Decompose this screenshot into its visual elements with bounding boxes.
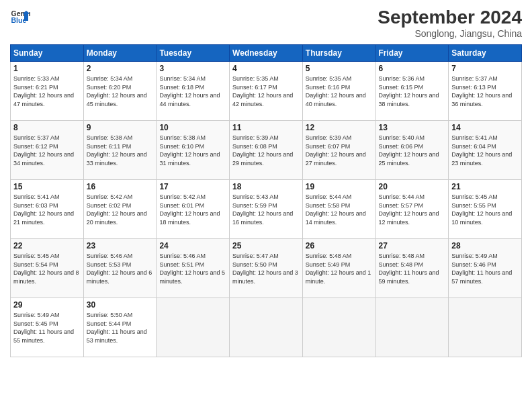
day-number: 19 — [306, 182, 373, 191]
day-number: 18 — [232, 182, 300, 191]
day-number: 13 — [379, 123, 446, 132]
calendar-day-cell: 5Sunrise: 5:35 AMSunset: 6:16 PMDaylight… — [302, 62, 375, 121]
day-number: 30 — [87, 300, 154, 310]
calendar-week-row: 22Sunrise: 5:45 AMSunset: 5:54 PMDayligh… — [11, 239, 522, 298]
calendar-day-cell: 11Sunrise: 5:39 AMSunset: 6:08 PMDayligh… — [230, 121, 303, 180]
day-number: 28 — [451, 241, 519, 250]
day-number: 12 — [306, 123, 373, 132]
day-info: Sunrise: 5:44 AMSunset: 5:58 PMDaylight:… — [306, 193, 373, 226]
calendar-day-cell — [230, 298, 303, 357]
day-number: 29 — [13, 300, 81, 310]
day-number: 25 — [232, 241, 300, 250]
svg-text:Blue: Blue — [11, 16, 27, 24]
title-block: September 2024 Songlong, Jiangsu, China — [378, 7, 522, 39]
calendar-day-cell: 19Sunrise: 5:44 AMSunset: 5:58 PMDayligh… — [302, 180, 375, 239]
day-info: Sunrise: 5:49 AMSunset: 5:46 PMDaylight:… — [451, 252, 519, 285]
calendar-week-row: 8Sunrise: 5:37 AMSunset: 6:12 PMDaylight… — [11, 121, 522, 180]
day-number: 6 — [379, 64, 446, 73]
calendar: Sunday Monday Tuesday Wednesday Thursday… — [10, 44, 522, 357]
calendar-day-cell: 17Sunrise: 5:42 AMSunset: 6:01 PMDayligh… — [157, 180, 230, 239]
calendar-day-cell: 9Sunrise: 5:38 AMSunset: 6:11 PMDaylight… — [83, 121, 157, 180]
day-info: Sunrise: 5:38 AMSunset: 6:10 PMDaylight:… — [159, 134, 226, 167]
day-info: Sunrise: 5:35 AMSunset: 6:17 PMDaylight:… — [232, 75, 300, 108]
day-number: 3 — [159, 64, 226, 73]
calendar-day-cell: 26Sunrise: 5:48 AMSunset: 5:49 PMDayligh… — [302, 239, 375, 298]
day-number: 7 — [451, 64, 519, 73]
calendar-day-cell: 16Sunrise: 5:42 AMSunset: 6:02 PMDayligh… — [83, 180, 157, 239]
calendar-day-cell: 7Sunrise: 5:37 AMSunset: 6:13 PMDaylight… — [449, 62, 522, 121]
day-info: Sunrise: 5:43 AMSunset: 5:59 PMDaylight:… — [232, 193, 300, 226]
header-tuesday: Tuesday — [157, 45, 230, 62]
header-sunday: Sunday — [11, 45, 84, 62]
day-info: Sunrise: 5:34 AMSunset: 6:20 PMDaylight:… — [87, 75, 154, 108]
day-number: 21 — [451, 182, 519, 191]
day-info: Sunrise: 5:39 AMSunset: 6:07 PMDaylight:… — [306, 134, 373, 167]
day-info: Sunrise: 5:41 AMSunset: 6:03 PMDaylight:… — [13, 193, 81, 226]
calendar-day-cell — [157, 298, 230, 357]
calendar-day-cell: 6Sunrise: 5:36 AMSunset: 6:15 PMDaylight… — [375, 62, 449, 121]
day-info: Sunrise: 5:47 AMSunset: 5:50 PMDaylight:… — [232, 252, 300, 285]
calendar-week-row: 29Sunrise: 5:49 AMSunset: 5:45 PMDayligh… — [11, 298, 522, 357]
header: General Blue September 2024 Songlong, Ji… — [10, 7, 522, 39]
day-info: Sunrise: 5:34 AMSunset: 6:18 PMDaylight:… — [159, 75, 226, 108]
month-title: September 2024 — [378, 7, 522, 28]
day-number: 5 — [306, 64, 373, 73]
calendar-day-cell — [449, 298, 522, 357]
calendar-day-cell: 20Sunrise: 5:44 AMSunset: 5:57 PMDayligh… — [375, 180, 449, 239]
day-info: Sunrise: 5:42 AMSunset: 6:02 PMDaylight:… — [87, 193, 154, 226]
logo-icon: General Blue — [10, 7, 30, 27]
header-saturday: Saturday — [449, 45, 522, 62]
day-number: 17 — [159, 182, 226, 191]
day-number: 2 — [87, 64, 154, 73]
day-number: 15 — [13, 182, 81, 191]
day-info: Sunrise: 5:37 AMSunset: 6:12 PMDaylight:… — [13, 134, 81, 167]
calendar-day-cell: 22Sunrise: 5:45 AMSunset: 5:54 PMDayligh… — [11, 239, 84, 298]
calendar-week-row: 1Sunrise: 5:33 AMSunset: 6:21 PMDaylight… — [11, 62, 522, 121]
weekday-header-row: Sunday Monday Tuesday Wednesday Thursday… — [11, 45, 522, 62]
subtitle: Songlong, Jiangsu, China — [378, 28, 522, 39]
calendar-day-cell: 13Sunrise: 5:40 AMSunset: 6:06 PMDayligh… — [375, 121, 449, 180]
day-info: Sunrise: 5:42 AMSunset: 6:01 PMDaylight:… — [159, 193, 226, 226]
calendar-day-cell: 8Sunrise: 5:37 AMSunset: 6:12 PMDaylight… — [11, 121, 84, 180]
day-number: 23 — [87, 241, 154, 250]
calendar-day-cell: 25Sunrise: 5:47 AMSunset: 5:50 PMDayligh… — [230, 239, 303, 298]
calendar-day-cell: 2Sunrise: 5:34 AMSunset: 6:20 PMDaylight… — [83, 62, 157, 121]
day-number: 22 — [13, 241, 81, 250]
day-info: Sunrise: 5:33 AMSunset: 6:21 PMDaylight:… — [13, 75, 81, 108]
calendar-day-cell: 23Sunrise: 5:46 AMSunset: 5:53 PMDayligh… — [83, 239, 157, 298]
header-wednesday: Wednesday — [230, 45, 303, 62]
day-info: Sunrise: 5:38 AMSunset: 6:11 PMDaylight:… — [87, 134, 154, 167]
calendar-day-cell: 21Sunrise: 5:45 AMSunset: 5:55 PMDayligh… — [449, 180, 522, 239]
calendar-day-cell: 15Sunrise: 5:41 AMSunset: 6:03 PMDayligh… — [11, 180, 84, 239]
day-info: Sunrise: 5:50 AMSunset: 5:44 PMDaylight:… — [87, 311, 154, 345]
calendar-week-row: 15Sunrise: 5:41 AMSunset: 6:03 PMDayligh… — [11, 180, 522, 239]
calendar-day-cell: 10Sunrise: 5:38 AMSunset: 6:10 PMDayligh… — [157, 121, 230, 180]
calendar-day-cell — [302, 298, 375, 357]
day-info: Sunrise: 5:44 AMSunset: 5:57 PMDaylight:… — [379, 193, 446, 226]
calendar-day-cell: 18Sunrise: 5:43 AMSunset: 5:59 PMDayligh… — [230, 180, 303, 239]
calendar-day-cell: 12Sunrise: 5:39 AMSunset: 6:07 PMDayligh… — [302, 121, 375, 180]
day-number: 20 — [379, 182, 446, 191]
day-number: 26 — [306, 241, 373, 250]
calendar-day-cell: 3Sunrise: 5:34 AMSunset: 6:18 PMDaylight… — [157, 62, 230, 121]
header-thursday: Thursday — [302, 45, 375, 62]
day-info: Sunrise: 5:46 AMSunset: 5:53 PMDaylight:… — [87, 252, 154, 285]
day-info: Sunrise: 5:48 AMSunset: 5:48 PMDaylight:… — [379, 252, 446, 285]
day-number: 27 — [379, 241, 446, 250]
day-info: Sunrise: 5:35 AMSunset: 6:16 PMDaylight:… — [306, 75, 373, 108]
calendar-day-cell: 4Sunrise: 5:35 AMSunset: 6:17 PMDaylight… — [230, 62, 303, 121]
day-info: Sunrise: 5:36 AMSunset: 6:15 PMDaylight:… — [379, 75, 446, 108]
day-number: 4 — [232, 64, 300, 73]
calendar-day-cell: 29Sunrise: 5:49 AMSunset: 5:45 PMDayligh… — [11, 298, 84, 357]
day-info: Sunrise: 5:41 AMSunset: 6:04 PMDaylight:… — [451, 134, 519, 167]
day-info: Sunrise: 5:45 AMSunset: 5:55 PMDaylight:… — [451, 193, 519, 226]
day-info: Sunrise: 5:45 AMSunset: 5:54 PMDaylight:… — [13, 252, 81, 285]
calendar-day-cell: 28Sunrise: 5:49 AMSunset: 5:46 PMDayligh… — [449, 239, 522, 298]
day-number: 14 — [451, 123, 519, 132]
day-info: Sunrise: 5:40 AMSunset: 6:06 PMDaylight:… — [379, 134, 446, 167]
day-number: 1 — [13, 64, 81, 73]
day-number: 10 — [159, 123, 226, 132]
calendar-day-cell: 24Sunrise: 5:46 AMSunset: 5:51 PMDayligh… — [157, 239, 230, 298]
header-friday: Friday — [375, 45, 449, 62]
day-info: Sunrise: 5:39 AMSunset: 6:08 PMDaylight:… — [232, 134, 300, 167]
